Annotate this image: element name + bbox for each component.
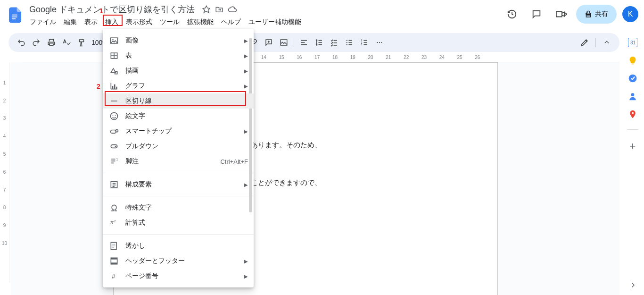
svg-point-5 xyxy=(346,40,347,41)
menu-edit[interactable]: 編集 xyxy=(60,16,80,28)
insert-comment-button[interactable] xyxy=(262,35,276,50)
insert-item-headerfooter[interactable]: ヘッダーとフッター▶ xyxy=(103,253,254,269)
history-icon[interactable] xyxy=(503,5,521,24)
submenu-arrow-icon: ▶ xyxy=(244,38,248,43)
svg-point-18 xyxy=(631,93,635,96)
video-icon[interactable] xyxy=(552,5,570,24)
docs-logo[interactable] xyxy=(6,6,25,25)
submenu-arrow-icon: ▶ xyxy=(244,53,248,59)
watermark-icon xyxy=(108,241,120,251)
svg-point-7 xyxy=(346,44,347,45)
menu-help[interactable]: ヘルプ xyxy=(218,16,244,28)
insert-item-smartchip[interactable]: スマートチップ▶ xyxy=(103,124,254,139)
special-icon xyxy=(108,203,120,212)
svg-rect-16 xyxy=(632,64,634,65)
pagenum-icon: # xyxy=(108,271,120,281)
blocks-icon xyxy=(108,180,120,189)
insert-item-emoji[interactable]: 絵文字 xyxy=(103,109,254,124)
align-button[interactable] xyxy=(297,35,311,50)
footnote-icon: 1 xyxy=(108,157,120,166)
headerfooter-icon xyxy=(108,256,120,266)
more-toolbar-button[interactable] xyxy=(372,35,387,50)
svg-text:31: 31 xyxy=(630,40,636,45)
submenu-arrow-icon: ▶ xyxy=(244,182,248,187)
svg-text:2: 2 xyxy=(114,219,116,223)
redo-button[interactable] xyxy=(29,35,43,50)
svg-text:π: π xyxy=(110,219,114,225)
maps-app-icon[interactable] xyxy=(628,110,637,119)
insert-item-dropdown[interactable]: プルダウン xyxy=(103,139,254,154)
svg-point-27 xyxy=(113,115,114,116)
menu-file[interactable]: ファイル xyxy=(26,16,59,28)
insert-item-watermark[interactable]: 透かし xyxy=(103,238,254,253)
document-title[interactable]: Google ドキュメントで区切り線を引く方法 xyxy=(26,4,198,15)
editing-mode-button[interactable] xyxy=(578,35,592,50)
calendar-app-icon[interactable]: 31 xyxy=(628,38,637,47)
table-icon xyxy=(108,51,120,60)
svg-rect-2 xyxy=(12,18,16,19)
undo-button[interactable] xyxy=(14,35,28,50)
keep-app-icon[interactable] xyxy=(628,56,637,65)
comment-icon[interactable] xyxy=(527,5,546,24)
equation-icon: π2 xyxy=(108,218,120,228)
add-addon-button[interactable]: + xyxy=(630,140,636,152)
hr-icon xyxy=(108,96,120,106)
spellcheck-button[interactable] xyxy=(59,35,74,50)
svg-point-28 xyxy=(115,115,116,116)
move-icon[interactable] xyxy=(215,5,224,14)
menu-tools[interactable]: ツール xyxy=(157,16,183,28)
dropdown-icon xyxy=(108,142,120,151)
account-avatar[interactable]: K xyxy=(622,6,638,22)
svg-point-11 xyxy=(377,42,378,43)
menu-extensions[interactable]: 拡張機能 xyxy=(184,16,217,28)
menu-view[interactable]: 表示 xyxy=(81,16,101,28)
insert-dropdown: 画像▶表▶描画▶グラフ▶区切り線絵文字スマートチップ▶プルダウン1脚注Ctrl+… xyxy=(103,29,254,287)
insert-item-table[interactable]: 表▶ xyxy=(103,48,254,63)
insert-item-blocks[interactable]: 構成要素▶ xyxy=(103,177,254,192)
menu-accessibility[interactable]: ユーザー補助機能 xyxy=(245,16,305,28)
contacts-app-icon[interactable] xyxy=(628,92,637,101)
insert-item-hr[interactable]: 区切り線 xyxy=(103,93,254,109)
insert-item-drawing[interactable]: 描画▶ xyxy=(103,63,254,78)
image-icon xyxy=(108,36,120,45)
checklist-button[interactable] xyxy=(327,35,341,50)
svg-text:1: 1 xyxy=(116,157,118,161)
share-button[interactable]: 共有 xyxy=(576,5,617,24)
svg-rect-0 xyxy=(12,15,17,16)
insert-item-special[interactable]: 特殊文字 xyxy=(103,200,254,215)
menu-insert[interactable]: 挿入 xyxy=(102,16,122,28)
svg-text:3: 3 xyxy=(361,43,362,46)
toolbar: 100% − + B I U A 123 xyxy=(8,33,619,52)
submenu-arrow-icon: ▶ xyxy=(244,129,248,134)
tasks-app-icon[interactable] xyxy=(628,74,637,83)
insert-item-footnote[interactable]: 1脚注Ctrl+Alt+F xyxy=(103,154,254,169)
svg-rect-38 xyxy=(111,258,117,259)
share-label: 共有 xyxy=(595,10,608,18)
svg-rect-39 xyxy=(111,262,117,264)
submenu-arrow-icon: ▶ xyxy=(244,68,248,74)
insert-image-button[interactable] xyxy=(277,35,291,50)
line-spacing-button[interactable] xyxy=(312,35,326,50)
menu-format[interactable]: 表示形式 xyxy=(123,16,156,28)
svg-point-12 xyxy=(379,42,380,43)
paint-format-button[interactable] xyxy=(74,35,89,50)
svg-point-26 xyxy=(111,113,118,120)
insert-item-equation[interactable]: π2計算式 xyxy=(103,215,254,230)
insert-item-image[interactable]: 画像▶ xyxy=(103,33,254,48)
number-list-button[interactable]: 123 xyxy=(357,35,372,50)
bullet-list-button[interactable] xyxy=(342,35,356,50)
drawing-icon xyxy=(108,66,120,76)
submenu-arrow-icon: ▶ xyxy=(244,259,248,264)
insert-item-chart[interactable]: グラフ▶ xyxy=(103,78,254,93)
svg-point-19 xyxy=(632,112,634,114)
hide-menus-button[interactable] xyxy=(600,35,614,50)
svg-point-30 xyxy=(116,130,118,132)
svg-rect-25 xyxy=(116,87,117,89)
collapse-sidepanel-button[interactable] xyxy=(628,281,637,289)
star-icon[interactable] xyxy=(201,5,211,14)
cloud-saved-icon[interactable] xyxy=(228,5,237,14)
smartchip-icon xyxy=(108,126,120,136)
vertical-ruler[interactable]: 12345678910 xyxy=(0,62,9,283)
print-button[interactable] xyxy=(44,35,58,50)
insert-item-pagenum[interactable]: #ページ番号▶ xyxy=(103,269,254,284)
